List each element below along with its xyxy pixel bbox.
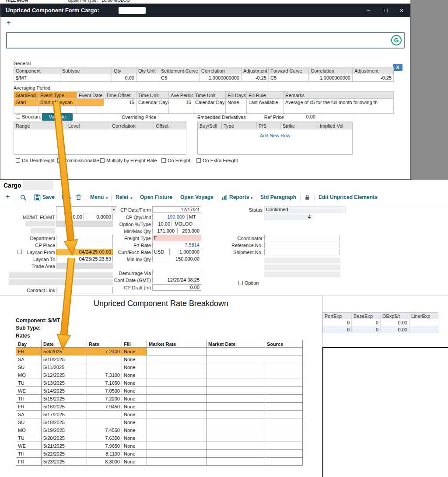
cell-date[interactable]: 5/17/2025 [42,411,87,418]
relet-button[interactable]: Relet [116,194,128,200]
cell-source[interactable] [265,363,303,371]
cell-rate[interactable]: 7.9450 [87,403,122,411]
cp-draft-input[interactable]: 0.00 [152,284,201,291]
cell-fill[interactable]: None [122,371,147,379]
cell-source[interactable] [265,418,303,426]
copy-icon[interactable] [62,194,68,201]
reports-icon[interactable] [221,194,228,201]
cp-date-form-input[interactable]: 12/17/24 [152,206,201,213]
cell-day[interactable]: MO [16,426,42,434]
cell-source[interactable] [265,387,303,395]
cell-event-date[interactable] [77,99,104,106]
cell-remarks[interactable]: Average of c5 for the full month followi… [284,99,394,106]
cell-market-rate[interactable] [147,434,206,442]
cell-market-date[interactable] [206,348,265,355]
cell-time-offset[interactable]: 15 [104,99,136,106]
cell-market-date[interactable] [206,403,265,411]
cell-subtype[interactable] [60,74,112,82]
cell-adjustment[interactable]: -0.25 [242,74,269,82]
cell-source[interactable] [265,426,303,434]
cell-fill[interactable]: None [122,395,147,403]
cell-date[interactable]: 5/20/2025 [42,434,87,442]
cell-fill[interactable]: None [122,363,147,371]
cell-day[interactable]: FR [16,458,42,466]
cell-time-unit[interactable]: Calendar Days [136,99,169,106]
structure-checkbox[interactable] [16,115,20,119]
cell-day[interactable]: TU [16,379,42,387]
cell-market-rate[interactable] [147,403,206,411]
close-button[interactable]: × [395,4,408,17]
cell-market-date[interactable] [206,387,265,395]
cell-market-rate[interactable] [147,458,206,466]
cell-portexp[interactable]: 0 [323,326,352,333]
cell-source[interactable] [265,379,303,387]
exch-rate-input[interactable]: 1.000000 [171,249,201,255]
cell-component[interactable]: $/MT [14,74,60,82]
cell-event-type[interactable]: Start of Laycan [38,99,77,106]
ref-price-input[interactable]: 0.00 [286,114,317,120]
coordinator-input[interactable] [264,235,340,241]
cell-market-rate[interactable] [147,450,206,458]
cell-day[interactable]: MO [16,371,42,379]
cell-adjustment-2[interactable]: -0.25 [353,74,394,82]
cell-baseexp[interactable]: 0 [352,326,381,333]
cell-qty-unit[interactable] [136,74,159,82]
cell-rate[interactable]: 7.2400 [87,348,122,355]
cell-day[interactable]: FR [16,403,42,411]
cell-day[interactable]: SA [16,411,42,418]
cell-market-rate[interactable] [147,418,206,426]
cell-source[interactable] [265,450,303,458]
on-extra-freight-checkbox[interactable] [196,158,201,163]
cell-market-rate[interactable] [147,426,206,434]
cell-source[interactable] [265,403,303,411]
cell-market-date[interactable] [206,363,265,371]
min-inv-qty-input[interactable]: 150,000.00 [152,256,201,262]
cell-correlation-2[interactable]: 1.0000000000 [309,74,353,82]
cell-source[interactable] [265,395,303,403]
cell-market-rate[interactable] [147,363,206,371]
cell-rate[interactable] [87,418,122,426]
cell-source[interactable] [265,442,303,450]
cell-forward-curve[interactable]: C5 [269,74,309,82]
cell-linerexp[interactable] [410,326,438,333]
cell-fill-days[interactable]: None [226,99,247,106]
cell-source[interactable] [265,371,303,379]
reports-button[interactable]: Reports [229,194,249,200]
cell-market-rate[interactable] [147,371,206,379]
open-fixture-button[interactable]: Open Fixture [140,194,172,200]
cell-date[interactable]: 5/11/2025 [42,363,87,371]
cell-oexp[interactable]: 0.00 [381,326,410,333]
cell-day[interactable]: WE [16,387,42,395]
cell-day[interactable]: SA [16,355,42,363]
cell-rate[interactable]: 7.6350 [87,434,122,442]
cp-qty-unit-input[interactable]: MT [187,214,201,220]
cell-settlement-curve[interactable]: C5 [159,74,200,82]
cell-linerexp[interactable] [410,319,438,326]
cell-market-date[interactable] [206,371,265,379]
menu-button[interactable]: Menu [90,194,104,200]
cell-day[interactable]: WE [16,442,42,450]
cell-market-rate[interactable] [147,355,206,363]
cell-day[interactable]: TU [16,434,42,442]
grammarly-icon[interactable]: G [391,35,402,45]
cell-date[interactable]: 5/21/2025 [42,442,87,450]
cell-fill[interactable]: None [122,434,147,442]
cell-fill[interactable]: None [122,458,147,466]
cell-date[interactable]: 5/9/2025 [42,348,87,355]
cell-market-rate[interactable] [147,411,206,418]
cell-market-date[interactable] [206,426,265,434]
cell-rate[interactable]: 7.0500 [87,387,122,395]
cell-rate[interactable] [87,363,122,371]
copy-caret-icon[interactable]: ▾ [69,196,71,200]
cell-day[interactable]: SU [16,363,42,371]
cell-rate[interactable]: 7.9650 [87,442,122,450]
min-qty-input[interactable]: 171,000 [152,228,176,234]
cell-source[interactable] [265,434,303,442]
cell-source[interactable] [265,355,303,363]
cell-rate[interactable] [87,411,122,418]
cp-qty-input[interactable]: 190,000 [152,214,186,220]
option-pct-input[interactable]: 10.00 [152,221,172,227]
save-icon[interactable] [34,194,41,201]
curr-input[interactable]: USD [152,249,170,255]
cell-date[interactable]: 5/14/2025 [42,387,87,395]
